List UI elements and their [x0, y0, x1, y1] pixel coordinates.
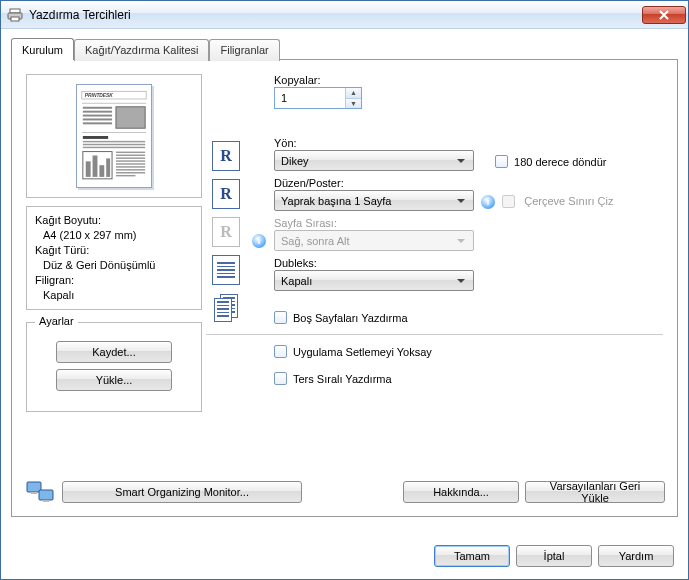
blank-pages-label: Boş Sayfaları Yazdırma [293, 312, 408, 324]
layout-label: Düzen/Poster: [274, 177, 663, 189]
summary-box: Kağıt Boyutu: A4 (210 x 297 mm) Kağıt Tü… [26, 206, 202, 310]
paper-size-value: A4 (210 x 297 mm) [35, 228, 193, 243]
svg-rect-24 [116, 155, 145, 156]
preview-page-icon: PRINTDESK [76, 84, 152, 188]
form-area: Kopyalar: ▲ ▼ Yön: Dikey [274, 74, 663, 324]
titlebar: Yazdırma Tercihleri [1, 1, 688, 29]
blank-pages-icon [212, 293, 240, 325]
settings-group: Ayarlar Kaydet... Yükle... [26, 322, 202, 412]
page-order-label: Sayfa Sırası: [274, 217, 663, 229]
svg-rect-27 [116, 163, 145, 164]
svg-rect-14 [83, 136, 108, 139]
watermark-label: Filigran: [35, 273, 193, 288]
layout-info-icon[interactable]: i [481, 195, 495, 209]
watermark-value: Kapalı [35, 288, 193, 303]
svg-rect-35 [43, 500, 49, 502]
svg-rect-22 [106, 158, 110, 177]
close-button[interactable] [642, 6, 686, 24]
tab-watermarks[interactable]: Filigranlar [209, 39, 279, 61]
monitor-icon [24, 478, 56, 506]
svg-text:PRINTDESK: PRINTDESK [85, 93, 114, 98]
rotate180-checkbox[interactable] [495, 155, 508, 168]
copies-up[interactable]: ▲ [346, 88, 361, 99]
tab-paper-quality[interactable]: Kağıt/Yazdırma Kalitesi [74, 39, 210, 61]
load-settings-button[interactable]: Yükle... [56, 369, 172, 391]
svg-rect-8 [83, 111, 112, 113]
svg-rect-29 [116, 169, 145, 170]
svg-rect-9 [83, 115, 112, 117]
ok-button[interactable]: Tamam [434, 545, 510, 567]
printing-preferences-window: Yazdırma Tercihleri Kurulum Kağıt/Yazdır… [0, 0, 689, 580]
svg-rect-2 [11, 17, 19, 21]
page-preview: PRINTDESK [26, 74, 202, 198]
orientation-label: Yön: [274, 137, 663, 149]
help-button[interactable]: Yardım [598, 545, 674, 567]
cancel-button[interactable]: İptal [516, 545, 592, 567]
page-order-icon: R [212, 217, 240, 247]
layout-icon: R [212, 179, 240, 209]
ignore-collate-checkbox[interactable] [274, 345, 287, 358]
separator-1 [206, 334, 663, 335]
printer-icon [7, 7, 23, 23]
svg-rect-20 [93, 155, 98, 176]
layout-select[interactable]: Yaprak başına 1 Sayfa [274, 190, 474, 211]
left-column: PRINTDESK [26, 74, 202, 412]
about-button[interactable]: Hakkında... [403, 481, 519, 503]
svg-rect-7 [83, 107, 112, 109]
svg-rect-33 [31, 492, 37, 494]
draw-frame-label: Çerçeve Sınırı Çiz [524, 195, 613, 207]
restore-defaults-button[interactable]: Varsayılanları Geri Yükle [525, 481, 665, 503]
close-icon [659, 10, 669, 20]
paper-size-label: Kağıt Boyutu: [35, 213, 193, 228]
paper-type-value: Düz & Geri Dönüşümlü [35, 258, 193, 273]
copies-label: Kopyalar: [274, 74, 663, 86]
settings-group-title: Ayarlar [35, 315, 78, 327]
tab-setup[interactable]: Kurulum [11, 38, 74, 60]
draw-frame-checkbox [502, 195, 515, 208]
duplex-select[interactable]: Kapalı [274, 270, 474, 291]
svg-rect-12 [116, 107, 145, 128]
svg-rect-31 [116, 175, 135, 176]
svg-rect-34 [39, 490, 53, 500]
duplex-label: Dubleks: [274, 257, 663, 269]
svg-rect-16 [83, 144, 145, 145]
orientation-select[interactable]: Dikey [274, 150, 474, 171]
svg-rect-15 [83, 141, 145, 142]
svg-rect-21 [99, 165, 104, 177]
dialog-button-row: Tamam İptal Yardım [1, 537, 688, 579]
blank-pages-checkbox[interactable] [274, 311, 287, 324]
page-order-select: Sağ, sonra Alt [274, 230, 474, 251]
smart-organizing-monitor-button[interactable]: Smart Organizing Monitor... [62, 481, 302, 503]
copies-input[interactable] [275, 88, 345, 108]
svg-rect-26 [116, 160, 145, 161]
tabstrip: Kurulum Kağıt/Yazdırma Kalitesi Filigran… [11, 37, 678, 59]
svg-rect-23 [116, 152, 145, 153]
content-area: Kurulum Kağıt/Yazdırma Kalitesi Filigran… [1, 29, 688, 537]
ignore-collate-label: Uygulama Setlemeyi Yoksay [293, 346, 432, 358]
svg-rect-28 [116, 166, 145, 167]
svg-rect-0 [10, 9, 20, 13]
svg-rect-19 [86, 161, 91, 177]
window-title: Yazdırma Tercihleri [29, 8, 642, 22]
svg-rect-10 [83, 118, 112, 120]
panel-bottom-bar: Smart Organizing Monitor... Hakkında... … [24, 478, 665, 506]
rotate180-label: 180 derece döndür [514, 156, 606, 168]
reverse-order-checkbox[interactable] [274, 372, 287, 385]
paper-type-label: Kağıt Türü: [35, 243, 193, 258]
svg-rect-30 [116, 172, 145, 173]
tab-panel-setup: PRINTDESK [11, 59, 678, 517]
svg-rect-11 [83, 122, 112, 124]
svg-rect-17 [83, 147, 145, 148]
save-settings-button[interactable]: Kaydet... [56, 341, 172, 363]
orientation-icon: R [212, 141, 240, 171]
svg-rect-25 [116, 157, 145, 158]
duplex-icon [212, 255, 240, 285]
copies-down[interactable]: ▼ [346, 99, 361, 109]
option-icon-strip: R R R [212, 141, 240, 333]
reverse-order-label: Ters Sıralı Yazdırma [293, 373, 392, 385]
copies-spinner[interactable]: ▲ ▼ [274, 87, 362, 109]
right-column: R R R Kopyalar: ▲ ▼ [212, 74, 663, 391]
page-order-info-icon[interactable]: i [252, 234, 266, 248]
